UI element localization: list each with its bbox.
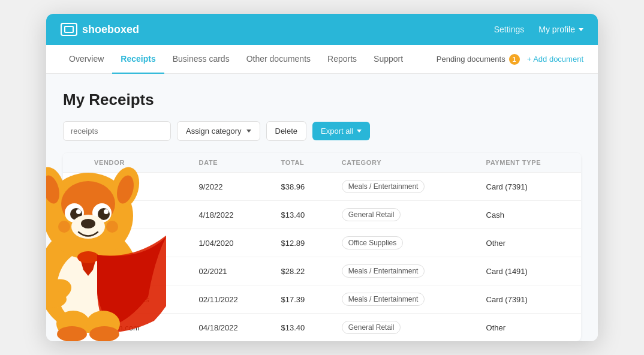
assign-chevron-icon bbox=[246, 130, 251, 133]
category-tag[interactable]: Office Supplies bbox=[342, 236, 404, 249]
subnav-item-other-documents[interactable]: Other documents bbox=[238, 45, 319, 74]
row-date: 04/18/2022 bbox=[189, 314, 272, 342]
row-vendor: Daylight Donuts bbox=[85, 285, 189, 314]
col-category: CATEGORY bbox=[332, 153, 477, 173]
row-checkbox[interactable] bbox=[73, 238, 80, 246]
category-tag[interactable]: Meals / Entertainment bbox=[342, 264, 425, 278]
subnav-item-overview[interactable]: Overview bbox=[61, 45, 112, 74]
row-checkbox-cell[interactable] bbox=[63, 314, 85, 342]
row-payment: Cash bbox=[477, 201, 581, 229]
my-profile-link[interactable]: My profile bbox=[538, 25, 583, 34]
row-payment: Other bbox=[477, 314, 581, 342]
delete-button[interactable]: Delete bbox=[266, 121, 307, 141]
row-vendor bbox=[85, 201, 189, 229]
topbar: shoeboxed Settings My profile bbox=[46, 14, 598, 45]
row-date: 9/2022 bbox=[189, 173, 272, 201]
logo: shoeboxed bbox=[61, 23, 139, 36]
category-tag[interactable]: General Retail bbox=[342, 321, 401, 334]
row-date: 02/11/2022 bbox=[189, 285, 272, 314]
row-vendor bbox=[85, 173, 189, 201]
export-chevron-icon bbox=[357, 130, 362, 133]
col-checkbox bbox=[63, 153, 85, 173]
row-category: Meals / Entertainment bbox=[332, 285, 477, 314]
subnav-right: Pending documents 1 + Add document bbox=[437, 54, 583, 65]
row-checkbox[interactable] bbox=[73, 182, 80, 189]
row-checkbox-cell[interactable] bbox=[63, 173, 85, 201]
assign-category-button[interactable]: Assign category bbox=[177, 121, 260, 141]
subnav: Overview Receipts Business cards Other d… bbox=[46, 45, 598, 74]
subnav-item-reports[interactable]: Reports bbox=[319, 45, 365, 74]
svg-point-4 bbox=[46, 173, 62, 205]
row-total: $28.22 bbox=[272, 257, 332, 285]
profile-chevron-icon bbox=[579, 28, 583, 31]
row-checkbox-cell[interactable] bbox=[63, 257, 85, 285]
app-window: shoeboxed Settings My profile Overview R… bbox=[46, 14, 598, 341]
topbar-nav: Settings My profile bbox=[494, 25, 583, 34]
row-checkbox[interactable] bbox=[73, 294, 80, 302]
subnav-item-business-cards[interactable]: Business cards bbox=[164, 45, 238, 74]
row-total: $12.89 bbox=[272, 229, 332, 257]
col-total: TOTAL bbox=[272, 153, 332, 173]
row-total: $13.40 bbox=[272, 314, 332, 342]
row-payment: Card (7391) bbox=[477, 173, 581, 201]
page-title: My Receipts bbox=[63, 91, 581, 109]
table-row: 4/18/2022 $13.40 General Retail Cash bbox=[63, 201, 581, 229]
col-date: DATE bbox=[189, 153, 272, 173]
row-total: $38.96 bbox=[272, 173, 332, 201]
table-row: 1/04/2020 $12.89 Office Supplies Other bbox=[63, 229, 581, 257]
row-payment: Card (7391) bbox=[477, 285, 581, 314]
category-tag[interactable]: Meals / Entertainment bbox=[342, 180, 425, 193]
row-category: Meals / Entertainment bbox=[332, 173, 477, 201]
row-total: $17.39 bbox=[272, 285, 332, 314]
pending-documents-link[interactable]: Pending documents 1 bbox=[437, 54, 520, 65]
row-vendor: Herris Tec… bbox=[85, 257, 189, 285]
table-row: Herris Tec… 02/2021 $28.22 Meals / Enter… bbox=[63, 257, 581, 285]
row-checkbox[interactable] bbox=[73, 323, 80, 330]
row-date: 1/04/2020 bbox=[189, 229, 272, 257]
row-category: Office Supplies bbox=[332, 229, 477, 257]
receipts-table: VENDOR DATE TOTAL CATEGORY PAYMENT TYPE … bbox=[63, 153, 581, 341]
toolbar: Assign category Delete Export all bbox=[63, 121, 581, 141]
category-tag[interactable]: General Retail bbox=[342, 208, 401, 221]
table-row: Amazon.com 04/18/2022 $13.40 General Ret… bbox=[63, 314, 581, 342]
export-all-button[interactable]: Export all bbox=[312, 122, 370, 140]
table-row: 9/2022 $38.96 Meals / Entertainment Card… bbox=[63, 173, 581, 201]
table-row: Daylight Donuts 02/11/2022 $17.39 Meals … bbox=[63, 285, 581, 314]
row-checkbox-cell[interactable] bbox=[63, 285, 85, 314]
row-checkbox-cell[interactable] bbox=[63, 201, 85, 229]
category-tag[interactable]: Meals / Entertainment bbox=[342, 293, 425, 306]
row-category: Meals / Entertainment bbox=[332, 257, 477, 285]
row-category: General Retail bbox=[332, 201, 477, 229]
col-vendor: VENDOR bbox=[85, 153, 189, 173]
row-date: 4/18/2022 bbox=[189, 201, 272, 229]
search-input[interactable] bbox=[63, 121, 171, 141]
receipts-table-wrap: VENDOR DATE TOTAL CATEGORY PAYMENT TYPE … bbox=[63, 153, 581, 341]
subnav-item-support[interactable]: Support bbox=[365, 45, 411, 74]
row-total: $13.40 bbox=[272, 201, 332, 229]
settings-link[interactable]: Settings bbox=[494, 25, 525, 34]
row-payment: Other bbox=[477, 229, 581, 257]
row-checkbox[interactable] bbox=[73, 266, 80, 274]
row-vendor: Amazon.com bbox=[85, 314, 189, 342]
row-payment: Card (1491) bbox=[477, 257, 581, 285]
col-payment: PAYMENT TYPE bbox=[477, 153, 581, 173]
logo-icon bbox=[61, 23, 77, 36]
row-vendor bbox=[85, 229, 189, 257]
add-document-button[interactable]: + Add document bbox=[527, 55, 583, 64]
row-checkbox-cell[interactable] bbox=[63, 229, 85, 257]
row-category: General Retail bbox=[332, 314, 477, 342]
logo-text: shoeboxed bbox=[82, 23, 139, 36]
row-checkbox[interactable] bbox=[73, 210, 80, 218]
row-date: 02/2021 bbox=[189, 257, 272, 285]
pending-count-badge: 1 bbox=[509, 54, 520, 65]
subnav-item-receipts[interactable]: Receipts bbox=[112, 45, 164, 74]
main-content: My Receipts Assign category Delete Expor… bbox=[46, 74, 598, 341]
